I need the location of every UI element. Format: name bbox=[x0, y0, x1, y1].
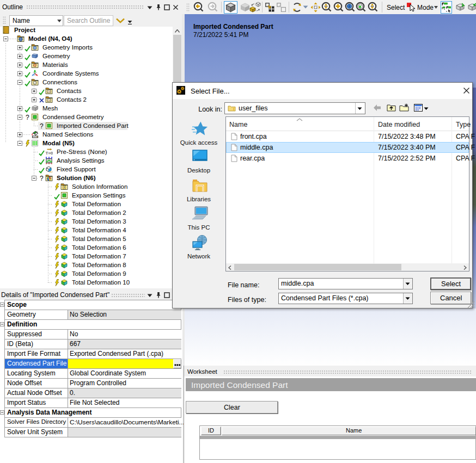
svg-text:T=0: T=0 bbox=[46, 151, 53, 156]
svg-text:i: i bbox=[64, 185, 65, 189]
